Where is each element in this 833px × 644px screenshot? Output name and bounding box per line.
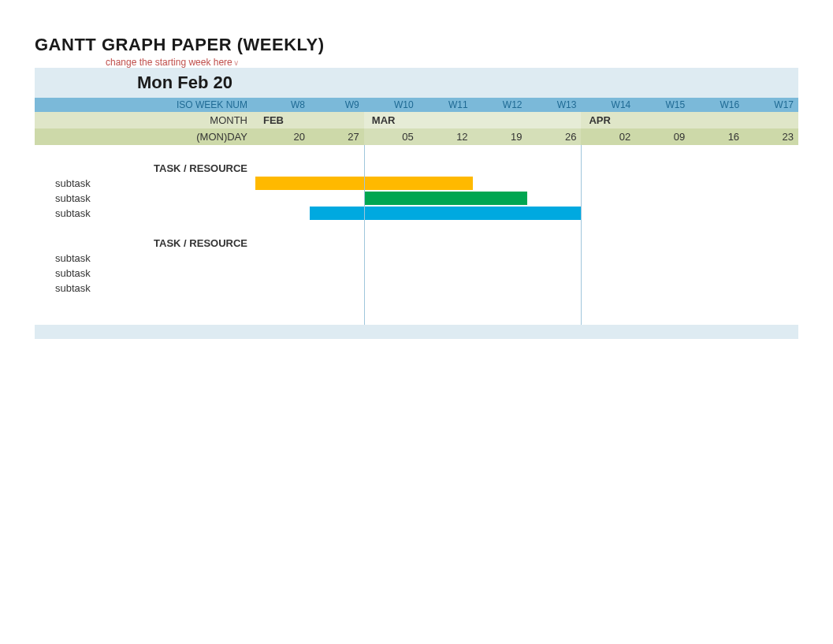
day-cell: 16: [690, 128, 744, 145]
iso-week-cell: W15: [635, 98, 690, 112]
month-cell: [527, 112, 582, 128]
day-cell: 23: [744, 128, 798, 145]
month-cell: MAR: [364, 112, 418, 128]
day-cell: 20: [255, 128, 310, 145]
month-cell: [310, 112, 364, 128]
iso-week-cell: W17: [744, 98, 798, 112]
iso-week-cell: W9: [310, 98, 364, 112]
subtask-label: subtask: [35, 280, 255, 296]
hint-label: change the starting week here: [106, 57, 232, 68]
month-cell: [418, 112, 473, 128]
iso-week-header-row: ISO WEEK NUM W8W9W10W11W12W13W14W15W16W1…: [35, 98, 798, 112]
iso-week-cell: W8: [255, 98, 310, 112]
body-row: [35, 145, 798, 160]
iso-week-cell: W16: [690, 98, 744, 112]
day-cell: 27: [310, 128, 364, 145]
spacer-row: [35, 220, 255, 235]
spacer-row: [35, 295, 255, 310]
gantt-bar[interactable]: [364, 192, 527, 205]
day-cell: 26: [527, 128, 582, 145]
body-row: subtask: [35, 250, 798, 265]
spacer-row: [35, 310, 255, 325]
gantt-body: TASK / RESOURCEsubtasksubtasksubtaskTASK…: [35, 145, 798, 325]
subtask-label: subtask: [35, 190, 255, 207]
day-cell: 09: [635, 128, 690, 145]
month-cell: [744, 112, 798, 128]
month-cell: [473, 112, 527, 128]
body-row: subtask: [35, 190, 798, 205]
bottom-band: [35, 325, 798, 339]
day-row-label: (MON)DAY: [35, 128, 255, 145]
chevron-down-icon: ∨: [233, 58, 239, 67]
body-row: subtask: [35, 280, 798, 295]
body-row: TASK / RESOURCE: [35, 235, 798, 250]
month-cell: FEB: [255, 112, 310, 128]
subtask-label: subtask: [35, 265, 255, 281]
body-row: subtask: [35, 205, 798, 220]
task-heading: TASK / RESOURCE: [35, 235, 255, 251]
iso-week-cell: W13: [527, 98, 582, 112]
day-cell: 12: [418, 128, 473, 145]
gantt-sheet: Mon Feb 20 ISO WEEK NUM W8W9W10W11W12W13…: [35, 68, 798, 339]
iso-week-label: ISO WEEK NUM: [35, 98, 255, 112]
month-cell: [635, 112, 690, 128]
subtask-label: subtask: [35, 205, 255, 221]
gantt-bar[interactable]: [255, 177, 473, 190]
day-cell: 05: [364, 128, 418, 145]
starting-week-date[interactable]: Mon Feb 20: [35, 68, 798, 98]
iso-week-cell: W12: [473, 98, 527, 112]
iso-week-cell: W10: [364, 98, 418, 112]
month-cell: APR: [581, 112, 635, 128]
day-cell: 19: [473, 128, 527, 145]
spacer-row: [35, 145, 255, 160]
subtask-label: subtask: [35, 175, 255, 192]
subtask-label: subtask: [35, 250, 255, 266]
day-cell: 02: [581, 128, 635, 145]
iso-week-cell: W11: [418, 98, 473, 112]
body-row: [35, 295, 798, 310]
month-cell: [690, 112, 744, 128]
page-title: GANTT GRAPH PAPER (WEEKLY): [35, 35, 798, 55]
month-row: MONTH FEBMARAPR: [35, 112, 798, 128]
body-row: [35, 220, 798, 235]
task-heading: TASK / RESOURCE: [35, 160, 255, 177]
hint-text: change the starting week here∨: [35, 57, 798, 68]
body-row: subtask: [35, 175, 798, 190]
gantt-bar[interactable]: [310, 207, 582, 220]
starting-week-band: Mon Feb 20: [35, 68, 798, 98]
day-row: (MON)DAY 20270512192602091623: [35, 128, 798, 145]
body-row: subtask: [35, 265, 798, 280]
month-row-label: MONTH: [35, 112, 255, 128]
body-row: TASK / RESOURCE: [35, 160, 798, 175]
iso-week-cell: W14: [581, 98, 635, 112]
body-row: [35, 310, 798, 325]
